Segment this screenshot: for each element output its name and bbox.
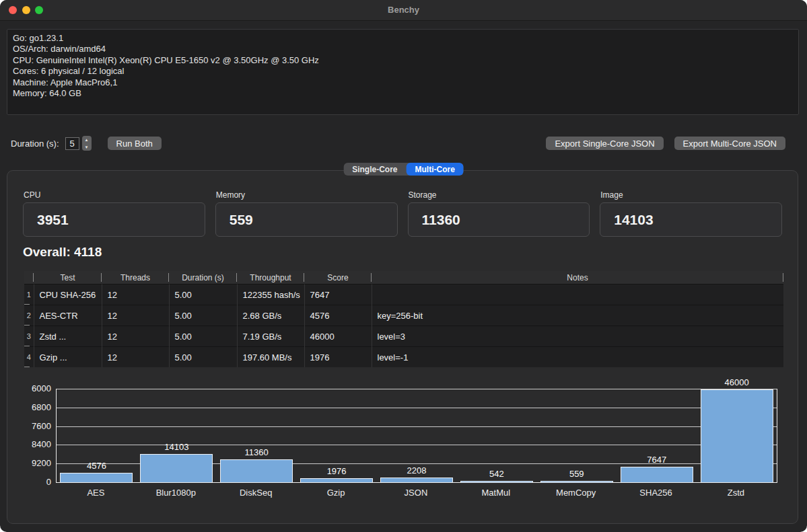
table-body: 1CPU SHA-256125.00122355 hash/s76472AES-… xyxy=(24,284,783,368)
row-number: 3 xyxy=(24,326,34,347)
export-multi-core-button[interactable]: Export Multi-Core JSON xyxy=(674,137,785,150)
results-panel: CPU3951Memory559Storage11360Image14103 O… xyxy=(7,170,798,524)
cell-test: Gzip ... xyxy=(34,347,102,368)
bar-value-label: 542 xyxy=(456,469,536,479)
metric-value: 559 xyxy=(215,202,398,237)
table-header-gutter xyxy=(24,271,34,284)
table-row[interactable]: 2AES-CTR125.002.68 GB/s4576key=256-bit xyxy=(24,305,783,326)
y-tick-label: 9200 xyxy=(7,458,51,469)
stepper-down-icon[interactable]: ▼ xyxy=(82,143,92,151)
cell-threads: 12 xyxy=(102,305,169,326)
run-both-button[interactable]: Run Both xyxy=(108,137,162,150)
table-header-cell: Notes xyxy=(372,271,783,284)
cell-duration: 5.00 xyxy=(169,326,237,347)
table-header-cell: Throughput xyxy=(237,271,304,284)
table-header-cell: Threads xyxy=(102,271,169,284)
app-window: Benchy Go: go1.23.1OS/Arch: darwin/amd64… xyxy=(0,0,807,532)
overall-score: Overall: 4118 xyxy=(23,245,102,260)
cell-throughput: 197.60 MB/s xyxy=(237,347,304,368)
table-row[interactable]: 3Zstd ...125.007.19 GB/s46000level=3 xyxy=(24,326,783,347)
cell-notes xyxy=(372,284,783,305)
cell-duration: 5.00 xyxy=(169,284,237,305)
metric-card-storage: Storage11360 xyxy=(408,190,590,237)
metric-label: Image xyxy=(600,190,782,200)
x-category-label: Gzip xyxy=(296,488,376,498)
cell-throughput: 122355 hash/s xyxy=(237,284,304,305)
cell-score: 1976 xyxy=(304,347,372,368)
bar-value-label: 46000 xyxy=(697,377,777,387)
metric-value: 14103 xyxy=(600,202,782,237)
x-category-label: Blur1080p xyxy=(136,488,216,498)
bar-value-label: 11360 xyxy=(217,447,297,457)
table-header-cell: Test xyxy=(34,271,102,284)
export-single-core-button[interactable]: Export Single-Core JSON xyxy=(546,137,663,150)
info-line: CPU: GenuineIntel Intel(R) Xeon(R) CPU E… xyxy=(13,55,793,66)
bar-json xyxy=(380,478,453,482)
stepper-up-icon[interactable]: ▲ xyxy=(82,136,92,143)
info-line: Memory: 64.0 GB xyxy=(13,88,793,99)
tab-single-core[interactable]: Single-Core xyxy=(343,163,406,176)
cell-score: 7647 xyxy=(304,284,372,305)
bar-blur1080p xyxy=(140,454,213,482)
cell-throughput: 7.19 GB/s xyxy=(237,326,304,347)
row-number: 2 xyxy=(24,305,34,326)
results-table: TestThreadsDuration (s)ThroughputScoreNo… xyxy=(24,271,783,367)
duration-input[interactable]: 5 xyxy=(65,137,79,150)
table-header-row: TestThreadsDuration (s)ThroughputScoreNo… xyxy=(24,271,783,284)
cell-test: CPU SHA-256 xyxy=(34,284,102,305)
y-tick-label: 6000 xyxy=(7,383,51,394)
bar-diskseq xyxy=(220,459,293,482)
cell-test: AES-CTR xyxy=(34,305,102,326)
duration-label: Duration (s): xyxy=(11,139,59,149)
table-row[interactable]: 1CPU SHA-256125.00122355 hash/s7647 xyxy=(24,284,783,305)
bar-value-label: 1976 xyxy=(297,466,377,476)
info-line: OS/Arch: darwin/amd64 xyxy=(13,44,793,54)
table-header-cell: Duration (s) xyxy=(169,271,237,284)
metric-card-cpu: CPU3951 xyxy=(23,190,205,237)
y-tick-label: 6800 xyxy=(7,402,51,413)
duration-stepper[interactable]: ▲ ▼ xyxy=(82,136,92,151)
chart-x-axis: AESBlur1080pDiskSeqGzipJSONMatMulMemCopy… xyxy=(56,488,776,498)
info-line: Go: go1.23.1 xyxy=(13,33,793,44)
y-tick-label: 8400 xyxy=(7,439,51,450)
bar-memcopy xyxy=(540,481,613,482)
x-category-label: Zstd xyxy=(696,488,776,498)
y-tick-label: 0 xyxy=(7,477,51,488)
chart-y-axis: 600068007600840092000 xyxy=(7,389,51,482)
metric-value: 11360 xyxy=(408,202,590,237)
metric-label: CPU xyxy=(24,190,205,200)
table-row[interactable]: 4Gzip ...125.00197.60 MB/s1976level=-1 xyxy=(24,347,783,368)
x-category-label: DiskSeq xyxy=(216,488,296,498)
info-line: Machine: Apple MacPro6,1 xyxy=(13,77,793,88)
bar-value-label: 2208 xyxy=(377,465,457,476)
bar-aes xyxy=(60,473,133,482)
gridline xyxy=(57,389,777,389)
bar-gzip xyxy=(300,478,373,482)
cell-test: Zstd ... xyxy=(34,326,102,347)
benchmark-bar-chart: 4576141031136019762208542559764746000 xyxy=(56,389,777,483)
metric-card-memory: Memory559 xyxy=(215,190,398,237)
system-info-box: Go: go1.23.1OS/Arch: darwin/amd64CPU: Ge… xyxy=(7,29,799,115)
cell-notes: key=256-bit xyxy=(372,305,783,326)
cell-threads: 12 xyxy=(102,347,169,368)
cell-notes: level=3 xyxy=(372,326,783,347)
cell-threads: 12 xyxy=(102,326,169,347)
bar-matmul xyxy=(460,481,533,482)
x-category-label: AES xyxy=(56,488,136,498)
gridline xyxy=(57,408,777,408)
cell-duration: 5.00 xyxy=(169,347,237,368)
bar-value-label: 14103 xyxy=(137,442,217,452)
cell-duration: 5.00 xyxy=(169,305,237,326)
cell-score: 46000 xyxy=(304,326,372,347)
metric-value: 3951 xyxy=(23,202,205,237)
cell-threads: 12 xyxy=(102,284,169,305)
bar-value-label: 7647 xyxy=(617,455,697,465)
core-mode-segmented-control: Single-Core Multi-Core xyxy=(343,163,464,176)
metric-card-image: Image14103 xyxy=(600,190,782,237)
table-header-cell: Score xyxy=(304,271,372,284)
row-number: 4 xyxy=(24,347,34,368)
tab-multi-core[interactable]: Multi-Core xyxy=(407,163,464,176)
bar-value-label: 559 xyxy=(536,469,617,479)
y-tick-label: 7600 xyxy=(7,421,51,432)
info-line: Cores: 6 physical / 12 logical xyxy=(13,66,793,77)
